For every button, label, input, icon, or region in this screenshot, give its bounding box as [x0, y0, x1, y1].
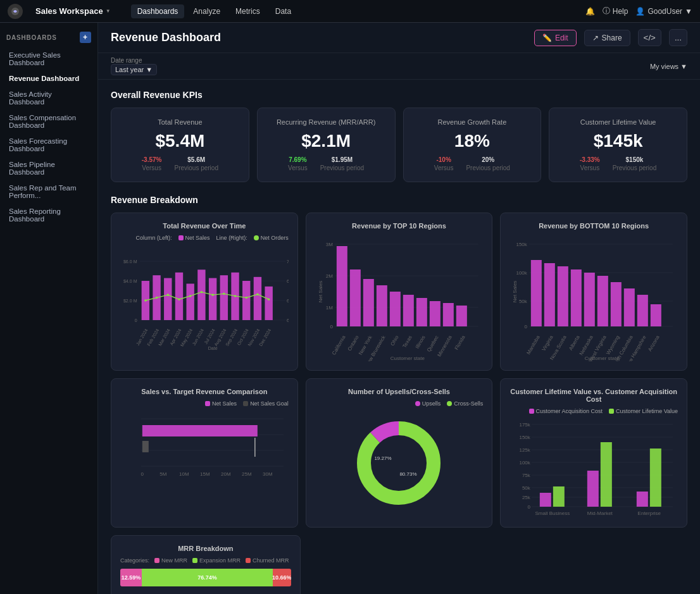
svg-rect-24 — [265, 287, 272, 320]
date-range-selector[interactable]: Last year ▼ — [111, 64, 157, 75]
main-content: Revenue Dashboard ✏️ Edit ↗ Share </> ..… — [98, 23, 700, 594]
chart-top10-regions: Revenue by TOP 10 Regions 3M 2M 1M 0 Net… — [306, 213, 493, 371]
edit-button[interactable]: ✏️ Edit — [534, 30, 577, 46]
chart-svt-legend: Net Sales Net Sales Goal — [120, 400, 289, 407]
svg-text:100k: 100k — [520, 460, 531, 466]
chart3-title: Revenue by BOTTOM 10 Regions — [509, 222, 678, 230]
svg-rect-91 — [558, 266, 568, 326]
svg-rect-150 — [650, 449, 661, 507]
chart-row-3: MRR Breakdown Categories: New MRR Expans… — [111, 535, 687, 594]
svg-point-31 — [211, 294, 214, 296]
svg-text:0: 0 — [135, 318, 137, 323]
svg-rect-147 — [587, 471, 599, 507]
my-views-chevron-icon: ▼ — [680, 63, 687, 70]
svg-text:Ontario: Ontario — [346, 335, 359, 352]
svg-text:125k: 125k — [520, 447, 531, 453]
new-mrr-dot — [154, 558, 159, 563]
legend-cross-dot — [447, 401, 452, 406]
my-views-button[interactable]: My views ▼ — [650, 63, 687, 70]
svg-text:25M: 25M — [242, 471, 252, 477]
sidebar-item-sales-rep[interactable]: Sales Rep and Team Perform... — [3, 180, 95, 203]
svg-text:Customer state: Customer state — [585, 356, 620, 361]
chart-clv-cac-svg: 175k 150k 125k 100k 75k 50k 25k 0 — [509, 417, 678, 518]
svg-text:Net Sales: Net Sales — [512, 281, 518, 303]
svg-rect-114 — [142, 425, 258, 436]
sidebar-item-compensation[interactable]: Sales Compensation Dashboard — [3, 110, 95, 133]
row3-right-spacer — [308, 535, 687, 594]
workspace-selector[interactable]: Sales Workspace ▼ — [35, 6, 111, 16]
svg-text:660: 660 — [287, 299, 289, 304]
dashboard-body: Overall Revenue KPIs Total Revenue $5.4M… — [98, 80, 700, 594]
legend-net-orders-dot — [254, 235, 259, 240]
more-button[interactable]: ... — [669, 29, 687, 46]
svg-text:75k: 75k — [522, 473, 531, 478]
svg-text:150k: 150k — [516, 242, 528, 247]
svg-rect-61 — [363, 279, 373, 326]
svg-point-30 — [201, 291, 203, 294]
svg-point-34 — [245, 297, 247, 299]
help-button[interactable]: ⓘ Help — [603, 6, 628, 16]
svg-text:Virginia: Virginia — [541, 335, 554, 352]
sidebar-item-pipeline[interactable]: Sales Pipeline Dashboard — [3, 157, 95, 180]
sidebar-add-button[interactable]: + — [80, 32, 91, 43]
user-menu[interactable]: 👤 GoodUser ▼ — [635, 7, 692, 16]
share-label: Share — [602, 34, 622, 42]
kpi-clv-prev-val: $150k — [626, 156, 644, 163]
kpi-customer-lifetime-compare: -3.33% Versus $150k Previous period — [559, 156, 677, 171]
nav-analyze[interactable]: Analyze — [187, 4, 227, 18]
legend-goal-dot — [243, 401, 248, 406]
kpi-clv-prev-label: Previous period — [613, 164, 656, 171]
chart-clv-cac-title: Customer Lifetime Value vs. Customer Acq… — [509, 388, 678, 403]
bell-icon[interactable]: 🔔 — [585, 7, 595, 16]
svg-text:100k: 100k — [516, 270, 528, 276]
svg-text:2M: 2M — [325, 273, 332, 279]
churned-mrr-dot — [246, 558, 251, 563]
svg-rect-15 — [164, 278, 172, 320]
svg-rect-20 — [220, 275, 228, 320]
kpi-recurring-revenue-compare: 7.69% Versus $1.95M Previous period — [268, 156, 385, 171]
svg-text:25k: 25k — [522, 495, 531, 500]
kpi-recurring-prev-val: $1.95M — [332, 156, 353, 163]
svg-rect-96 — [624, 288, 635, 326]
sidebar-item-forecasting[interactable]: Sales Forecasting Dashboard — [3, 133, 95, 156]
svg-rect-98 — [651, 304, 661, 326]
svg-rect-89 — [531, 260, 542, 326]
svg-text:630: 630 — [287, 318, 289, 323]
sidebar-item-revenue[interactable]: Revenue Dashboard — [3, 71, 95, 86]
kpi-growth-versus: -10% Versus — [434, 156, 454, 171]
new-mrr-segment: 12.59% — [120, 569, 142, 586]
kpi-growth-rate: Revenue Growth Rate 18% -10% Versus 20% … — [403, 108, 542, 182]
expansion-mrr-dot — [192, 558, 197, 563]
svg-text:150k: 150k — [520, 435, 531, 440]
kpi-total-revenue-value: $5.4M — [122, 131, 239, 151]
kpi-growth-prev-label: Previous period — [466, 164, 509, 171]
svg-rect-145 — [540, 493, 551, 507]
chart-mrr-breakdown: MRR Breakdown Categories: New MRR Expans… — [111, 535, 301, 594]
svg-text:0: 0 — [141, 471, 144, 477]
revenue-breakdown-title: Revenue Breakdown — [111, 195, 687, 205]
legend-col-label: Column (Left): — [136, 235, 172, 241]
sidebar-item-activity[interactable]: Sales Activity Dashboard — [3, 87, 95, 109]
nav-metrics[interactable]: Metrics — [229, 4, 266, 18]
legend-goal-svt: Net Sales Goal — [243, 400, 289, 407]
chart3-svg: 150k 100k 50k 0 Net Sales — [509, 235, 678, 361]
svg-point-28 — [178, 298, 180, 300]
chart2-title: Revenue by TOP 10 Regions — [315, 222, 484, 230]
sidebar-item-reporting[interactable]: Sales Reporting Dashboard — [3, 204, 95, 226]
sidebar-item-executive[interactable]: Executive Sales Dashboard — [3, 47, 95, 70]
my-views-label: My views — [650, 63, 678, 70]
share-button[interactable]: ↗ Share — [584, 30, 630, 46]
svg-text:Customer state: Customer state — [390, 356, 425, 361]
svg-text:175k: 175k — [520, 422, 531, 428]
nav-data[interactable]: Data — [269, 4, 297, 18]
svg-rect-149 — [637, 492, 648, 507]
kpi-recurring-prev: $1.95M Previous period — [320, 156, 364, 171]
kpi-recurring-revenue-value: $2.1M — [268, 131, 385, 151]
code-button[interactable]: </> — [638, 29, 661, 46]
legend-new-mrr: New MRR — [154, 557, 187, 564]
svg-rect-16 — [175, 273, 183, 320]
top-right: 🔔 ⓘ Help 👤 GoodUser ▼ — [585, 6, 692, 16]
kpi-total-revenue-versus: -3.57% Versus — [142, 156, 162, 171]
nav-dashboards[interactable]: Dashboards — [131, 4, 185, 18]
svg-text:15M: 15M — [200, 471, 210, 477]
